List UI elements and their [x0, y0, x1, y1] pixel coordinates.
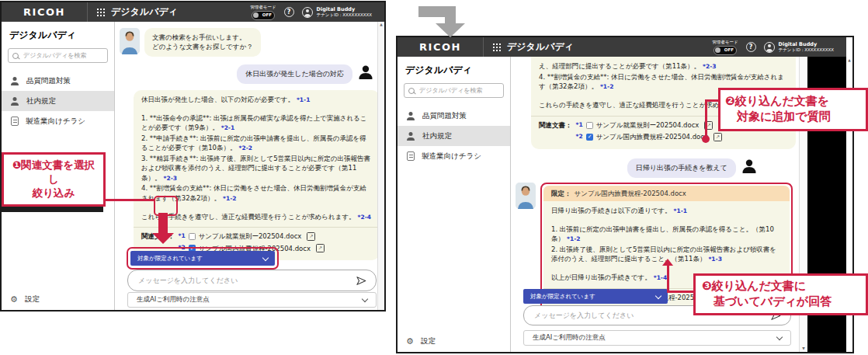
doc-link[interactable]: サンプル就業規則ー202504.docx — [596, 120, 700, 130]
buddy-greeting-bubble: 文書の検索をお手伝いします。 どのような文書をお探しですか？ — [144, 28, 261, 57]
admin-mode-toggle[interactable]: OFF — [713, 46, 737, 55]
search-input[interactable] — [418, 86, 499, 95]
answer-paragraph: 日帰り出張の手続きは以下の通りです。*1-1 — [551, 206, 782, 216]
footnote-ref[interactable]: *1-4 — [654, 274, 667, 281]
sidebar-item-label: 社内規定 — [422, 131, 452, 141]
app-grid-icon[interactable] — [97, 9, 105, 16]
footnote-ref[interactable]: *1-1 — [297, 96, 310, 103]
footnote-ref[interactable]: *1-1 — [674, 207, 687, 214]
footnote-ref[interactable]: *1-2 — [223, 195, 236, 202]
account-info[interactable]: Digital Buddy テナントID : XXXXXXXXXX — [764, 41, 834, 53]
scope-bar-highlight: 対象が限定されています — [127, 247, 279, 270]
header-actions: 管理者モード OFF ? Digital Buddy テナントID : XXXX… — [712, 40, 846, 55]
sidebar-item-quality[interactable]: 品質問題対策 — [2, 71, 114, 91]
admin-mode-label: 管理者モード — [250, 5, 276, 10]
help-icon[interactable]: ? — [746, 42, 756, 52]
answer-text: え、経理部門に提出することが必要です（第11条）。 — [539, 62, 700, 70]
sidebar-settings[interactable]: ⚙ 設定 — [406, 336, 436, 346]
genai-notice-bar[interactable]: 生成AIご利用時の注意点 — [127, 292, 377, 308]
sidebar-item-quality[interactable]: 品質問題対策 — [398, 106, 510, 126]
search-input[interactable] — [22, 51, 103, 60]
footnote-ref[interactable]: *2-3 — [703, 63, 716, 70]
send-icon[interactable] — [356, 275, 367, 287]
doc-ref: *1 — [179, 232, 186, 241]
admin-mode: 管理者モード OFF — [712, 40, 738, 55]
sidebar-item-flyer[interactable]: 製造業向けチラシ — [398, 146, 510, 166]
annotation-step2: ❷絞り込んだ文書を 対象に追加で質問 — [718, 88, 868, 131]
footnote-ref[interactable]: *2-4 — [358, 214, 371, 221]
app-title: デジタルバディ — [111, 5, 178, 19]
sidebar-search[interactable] — [404, 83, 504, 98]
toggle-knob — [715, 47, 720, 53]
account-name: Digital Buddy — [317, 6, 372, 12]
scope-dropdown[interactable]: 対象が限定されています — [130, 251, 275, 266]
tenant-id: テナントID : XXXXXXXXXX — [317, 12, 372, 18]
app-header: RICOH デジタルバディ 管理者モード OFF ? Digital Buddy… — [2, 2, 384, 22]
answer-paragraph: 3. **精算手続き**: 出張終了後、原則として5営業日以内に所定の出張報告書… — [141, 154, 372, 183]
sidebar-item-label: 品質問題対策 — [26, 76, 71, 86]
scroll-up-icon[interactable]: ▲ — [378, 23, 384, 26]
person-icon — [406, 111, 415, 120]
message-input[interactable] — [137, 276, 349, 285]
scrollbar[interactable]: ▲ — [377, 22, 384, 310]
footnote-ref[interactable]: *1-2 — [600, 83, 613, 90]
help-icon[interactable]: ? — [284, 7, 294, 17]
admin-mode-label: 管理者モード — [712, 40, 738, 45]
doc-link[interactable]: サンプル就業規則ー202504.docx — [199, 231, 302, 241]
buddy-avatar — [120, 28, 140, 54]
footnote-ref[interactable]: *1-3 — [708, 256, 721, 263]
scroll-down-icon[interactable]: ▼ — [800, 346, 807, 350]
user-icon — [358, 64, 373, 80]
annotation-step2-line2: 対象に追加で質問 — [725, 109, 864, 124]
answer-paragraph: 1. **出張命令の承認**: 出張は所属長の確実な承認を得た上で実施されること… — [141, 113, 372, 133]
account-icon — [302, 7, 313, 18]
doc-checkbox[interactable] — [586, 122, 593, 129]
flyer-icon — [407, 151, 415, 161]
flyer-icon — [11, 117, 19, 126]
limited-scope-header: 限定： サンプル国内旅費規程-202504.docx — [543, 186, 790, 201]
toggle-state: OFF — [262, 12, 272, 17]
answer-paragraph: え、経理部門に提出することが必要です（第11条）。*2-3 — [539, 61, 788, 71]
account-icon — [764, 42, 775, 53]
person-icon — [10, 96, 19, 106]
sidebar-item-flyer[interactable]: 製造業向けチラシ — [2, 111, 114, 131]
gear-icon: ⚙ — [406, 337, 414, 346]
footnote-ref[interactable]: *1-2 — [567, 235, 580, 242]
gear-icon: ⚙ — [10, 295, 18, 304]
message-input-bar — [127, 270, 377, 291]
related-docs-label: 関連文書： — [539, 120, 572, 130]
sidebar-search[interactable] — [8, 48, 108, 63]
sidebar-item-rules[interactable]: 社内規定 — [2, 91, 114, 111]
scope-bar-wrap: 対象が限定されています — [523, 289, 668, 304]
sidebar-item-rules[interactable]: 社内規定 — [398, 126, 510, 146]
sidebar-settings[interactable]: ⚙ 設定 — [10, 294, 40, 305]
doc-checkbox[interactable] — [189, 233, 196, 240]
footnote-ref[interactable]: *2-2 — [239, 144, 252, 151]
admin-mode-toggle[interactable]: OFF — [252, 11, 275, 20]
search-icon — [408, 88, 415, 94]
external-link-icon[interactable]: ↗ — [316, 244, 325, 252]
genai-notice-label: 生成AIご利用時の注意点 — [533, 333, 606, 343]
answer-text: 1. **出張命令の承認**: 出張は所属長の確実な承認を得た上で実施されること… — [141, 114, 367, 131]
account-info[interactable]: Digital Buddy テナントID : XXXXXXXXXX — [302, 6, 372, 18]
app-grid-icon[interactable] — [493, 44, 501, 51]
annotation-step1-line1: ❶関連文書を選択し — [7, 158, 100, 186]
genai-notice-bar[interactable]: 生成AIご利用時の注意点 — [523, 330, 791, 346]
external-link-icon[interactable]: ↗ — [713, 133, 722, 141]
red-arrow-head — [152, 233, 174, 244]
doc-link[interactable]: サンプル国内旅費規程-202504.docx — [596, 132, 708, 141]
external-link-icon[interactable]: ↗ — [307, 232, 315, 241]
related-doc-row: *1サンプル就業規則ー202504.docx↗ — [179, 231, 325, 241]
scroll-up-icon[interactable]: ▲ — [846, 58, 852, 62]
annotation-connector — [667, 265, 669, 293]
annotation-step1: ❶関連文書を選択し 絞り込み — [2, 152, 106, 207]
limited-scope-doc: サンプル国内旅費規程-202504.docx — [575, 189, 686, 198]
admin-mode: 管理者モード OFF — [250, 5, 276, 20]
genai-notice-label: 生成AIご利用時の注意点 — [137, 295, 210, 305]
footnote-ref[interactable]: *2-1 — [221, 124, 234, 131]
footnote-ref[interactable]: *2-3 — [164, 175, 177, 182]
annotation-step1-line2: 絞り込み — [7, 186, 100, 200]
scope-dropdown[interactable]: 対象が限定されています — [523, 289, 668, 304]
doc-checkbox[interactable] — [586, 134, 593, 141]
settings-label: 設定 — [25, 294, 40, 305]
